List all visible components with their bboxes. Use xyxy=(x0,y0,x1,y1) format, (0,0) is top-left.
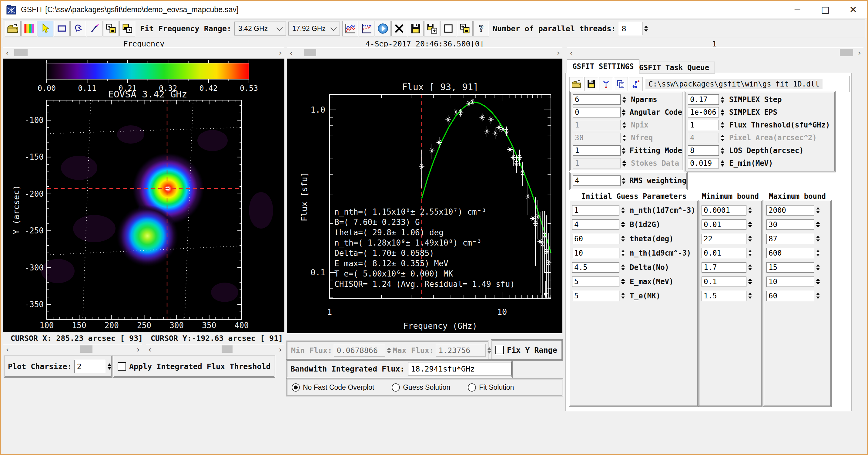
max-bound-input[interactable] xyxy=(767,262,814,273)
max-bound-spinner[interactable] xyxy=(814,221,822,228)
max-bound-input[interactable] xyxy=(767,277,814,287)
freq-min-dropdown[interactable]: 3.42 GHz xyxy=(235,22,286,35)
plot-spectrum-button[interactable] xyxy=(342,21,358,36)
scroll-thumb[interactable] xyxy=(14,49,28,56)
min-flux-input[interactable] xyxy=(334,344,385,357)
scroll-left-icon[interactable]: ‹ xyxy=(5,49,10,57)
cursor-x-scrollbar[interactable]: ‹ › xyxy=(3,344,142,353)
apply-threshold-checkbox[interactable] xyxy=(118,362,126,371)
radio-guess-solution[interactable]: Guess Solution xyxy=(392,379,450,395)
max-flux-spinner[interactable] xyxy=(488,347,491,353)
scroll-thumb[interactable] xyxy=(80,345,92,353)
max-bound-spinner[interactable] xyxy=(814,264,822,271)
freehand-tool-button[interactable] xyxy=(87,21,102,36)
charsize-input[interactable] xyxy=(74,360,105,373)
frequency-scrollbar[interactable]: ‹ › xyxy=(3,47,284,57)
load-settings-button[interactable] xyxy=(569,77,583,91)
min-bound-spinner[interactable] xyxy=(746,293,754,299)
setting-input[interactable] xyxy=(688,120,719,130)
freq-max-dropdown[interactable]: 17.92 GHz xyxy=(288,22,340,35)
setting-spinner[interactable] xyxy=(719,96,726,103)
setting-input[interactable] xyxy=(573,120,621,130)
max-bound-spinner[interactable] xyxy=(814,235,822,242)
min-bound-input[interactable] xyxy=(702,234,746,244)
copy-all-maps-button[interactable] xyxy=(120,21,135,36)
scroll-left-icon[interactable]: ‹ xyxy=(148,345,152,354)
cursor-y-scrollbar[interactable]: ‹ › xyxy=(146,344,284,353)
guess-spinner[interactable] xyxy=(619,250,627,256)
min-bound-input[interactable] xyxy=(702,291,746,301)
setting-input[interactable] xyxy=(573,94,621,105)
threads-input[interactable] xyxy=(619,22,643,35)
guess-spinner[interactable] xyxy=(619,207,627,214)
select-dll-button[interactable] xyxy=(599,77,613,91)
save-all-results-button[interactable] xyxy=(424,21,440,36)
save-settings-button[interactable] xyxy=(584,77,598,91)
guess-input[interactable] xyxy=(572,220,619,230)
guess-input[interactable] xyxy=(572,291,619,301)
scroll-left-icon[interactable]: ‹ xyxy=(5,345,10,354)
max-bound-input[interactable] xyxy=(767,248,814,258)
setting-spinner[interactable] xyxy=(719,135,726,141)
setting-spinner[interactable] xyxy=(621,160,628,167)
radio-no-fast-code[interactable]: No Fast Code Overplot xyxy=(292,379,374,395)
setting-input[interactable] xyxy=(688,133,719,143)
charsize-spinner[interactable] xyxy=(107,363,111,370)
min-bound-spinner[interactable] xyxy=(746,264,754,271)
scroll-right-icon[interactable]: › xyxy=(556,49,561,57)
export-results-button[interactable] xyxy=(457,21,473,36)
pixel-scrollbar[interactable]: ‹ › xyxy=(567,47,864,57)
max-bound-spinner[interactable] xyxy=(814,293,822,299)
help-button[interactable]: ? xyxy=(473,21,489,36)
setting-spinner[interactable] xyxy=(621,96,628,103)
tab-gsfit-task-queue[interactable]: GSFIT Task Queue xyxy=(633,62,715,74)
setting-spinner[interactable] xyxy=(719,160,726,167)
max-bound-input[interactable] xyxy=(767,220,814,230)
close-button[interactable]: ✕ xyxy=(839,1,867,18)
setting-spinner[interactable] xyxy=(621,122,628,129)
min-bound-spinner[interactable] xyxy=(746,278,754,285)
radio-fit-solution[interactable]: Fit Solution xyxy=(468,379,514,395)
guess-input[interactable] xyxy=(572,262,619,273)
run-fit-button[interactable] xyxy=(375,21,391,36)
scroll-thumb[interactable] xyxy=(222,345,232,353)
dll-path-field[interactable]: C:\ssw\packages\gsfit\win\gs_fit_1D.dll xyxy=(646,79,823,89)
tab-gsfit-settings[interactable]: GSFIT SETTINGS xyxy=(567,59,640,74)
scroll-left-icon[interactable]: ‹ xyxy=(289,49,293,57)
guess-spinner[interactable] xyxy=(619,264,627,271)
max-bound-spinner[interactable] xyxy=(814,207,822,214)
setting-input[interactable] xyxy=(573,107,621,117)
setting-input[interactable] xyxy=(688,145,719,156)
min-bound-input[interactable] xyxy=(702,262,746,273)
polygon-select-tool-button[interactable] xyxy=(70,21,86,36)
setting-input[interactable] xyxy=(573,175,621,186)
copy-maps-button[interactable] xyxy=(103,21,119,36)
max-bound-spinner[interactable] xyxy=(814,278,822,285)
setting-input[interactable] xyxy=(573,145,621,156)
max-flux-input[interactable] xyxy=(436,344,486,357)
fix-y-range-checkbox[interactable] xyxy=(495,346,504,354)
scroll-right-icon[interactable]: › xyxy=(278,49,283,57)
eovsa-map-canvas[interactable]: 0.000.110.210.320.420.53EOVSA 3.42 GHz10… xyxy=(3,59,284,332)
setting-input[interactable] xyxy=(688,107,719,117)
copy-settings-button[interactable] xyxy=(614,77,628,91)
setting-spinner[interactable] xyxy=(621,147,627,154)
setting-spinner[interactable] xyxy=(719,122,726,129)
max-bound-input[interactable] xyxy=(767,291,814,301)
setting-spinner[interactable] xyxy=(621,177,626,184)
maximize-button[interactable]: □ xyxy=(811,1,839,18)
min-bound-input[interactable] xyxy=(702,205,746,216)
guess-spinner[interactable] xyxy=(619,221,627,228)
time-scrollbar[interactable]: ‹ › xyxy=(287,47,562,57)
guess-input[interactable] xyxy=(572,248,619,258)
min-bound-spinner[interactable] xyxy=(746,207,754,214)
min-bound-spinner[interactable] xyxy=(746,221,754,228)
setting-input[interactable] xyxy=(688,94,719,105)
open-file-button[interactable] xyxy=(5,21,21,36)
max-bound-input[interactable] xyxy=(767,234,814,244)
task-tree-button[interactable] xyxy=(629,77,643,91)
setting-spinner[interactable] xyxy=(719,109,726,116)
max-bound-spinner[interactable] xyxy=(814,250,822,256)
blank-frame-button[interactable] xyxy=(440,21,456,36)
setting-spinner[interactable] xyxy=(621,109,627,116)
